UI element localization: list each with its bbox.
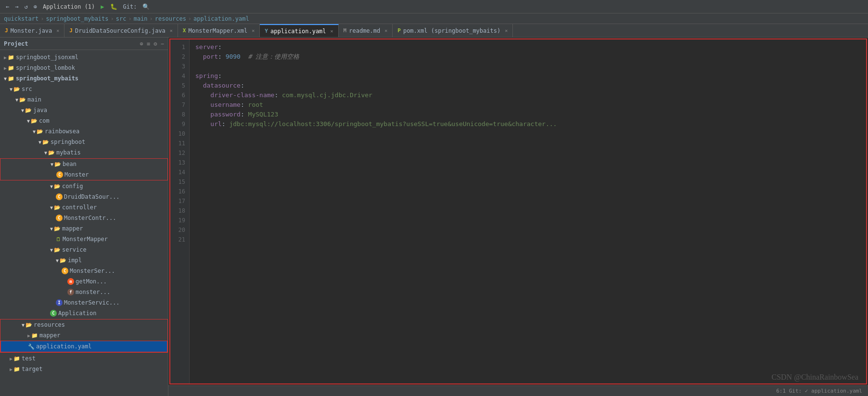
arrow-icon: ▼ <box>38 140 41 145</box>
code-line-3 <box>195 62 866 71</box>
toolbar-git-btn[interactable]: Git: <box>121 2 139 11</box>
close-icon[interactable]: ✕ <box>170 28 173 33</box>
tab-pom-xml[interactable]: P pom.xml (springboot_mybaits) ✕ <box>393 24 513 37</box>
tree-target[interactable]: ▶ 📁 target <box>0 364 168 374</box>
tree-item-label: src <box>22 86 32 92</box>
code-line-13 <box>195 158 866 167</box>
tree-src[interactable]: ▼ 📂 src <box>0 84 168 94</box>
tree-item-label: springboot_lombok <box>16 64 75 71</box>
tree-com[interactable]: ▼ 📂 com <box>0 115 168 126</box>
folder-icon: 📂 <box>54 204 61 211</box>
tree-springboot-jsonxml[interactable]: ▶ 📁 springboot_jsonxml <box>0 52 168 63</box>
status-text: 6:1 Git: ✓ application.yaml <box>776 388 862 394</box>
tree-monster-service[interactable]: I MonsterServic... <box>0 297 168 308</box>
close-icon[interactable]: ✕ <box>505 28 508 33</box>
close-icon[interactable]: ✕ <box>252 28 255 33</box>
tab-monster-java[interactable]: J Monster.java ✕ <box>0 24 64 37</box>
field-icon: f <box>67 289 74 295</box>
tree-application[interactable]: C Application <box>0 308 168 319</box>
tree-java[interactable]: ▼ 📂 java <box>0 105 168 115</box>
toolbar-debug-btn[interactable]: 🐛 <box>108 2 119 11</box>
tree-springboot[interactable]: ▼ 📂 springboot <box>0 137 168 147</box>
tree-bean[interactable]: ▼ 📂 bean <box>0 159 167 169</box>
yaml-key: password <box>210 110 241 119</box>
md-icon: M <box>344 27 347 34</box>
tree-monster[interactable]: C Monster <box>0 169 167 180</box>
close-icon[interactable]: ✕ <box>384 28 387 33</box>
tree-item-label: Application <box>58 310 96 317</box>
toolbar-search-btn[interactable]: 🔍 <box>140 2 152 11</box>
tree-test[interactable]: ▶ 📁 test <box>0 353 168 364</box>
arrow-icon: ▼ <box>27 118 30 124</box>
tab-readme-md[interactable]: M readme.md ✕ <box>339 24 393 37</box>
breadcrumb-quickstart[interactable]: quickstart <box>4 15 38 22</box>
tree-mapper[interactable]: ▼ 📂 mapper <box>0 223 168 234</box>
code-line-6: driver-class-name: com.mysql.cj.jdbc.Dri… <box>195 90 866 100</box>
tree-controller[interactable]: ▼ 📂 controller <box>0 202 168 213</box>
tree-application-yaml[interactable]: 🔧 application.yaml <box>1 341 167 352</box>
class-icon: C <box>56 171 63 178</box>
tab-application-yaml[interactable]: Y application.yaml ✕ <box>260 24 338 37</box>
arrow-icon: ▼ <box>50 184 53 189</box>
tree-springboot-mybaits[interactable]: ▼ 📁 springboot_mybaits <box>0 73 168 84</box>
tree-monster-controller[interactable]: C MonsterContr... <box>0 213 168 223</box>
toolbar-add-btn[interactable]: ⊕ <box>32 2 39 11</box>
arrow-icon: ▼ <box>50 205 53 210</box>
toolbar-back-btn[interactable]: ← <box>4 2 11 11</box>
code-editor[interactable]: 1 2 3 4 5 6 7 8 9 10 11 12 13 14 15 16 1… <box>169 38 867 384</box>
main-layout: Project ⊕ ≡ ⚙ − ▶ 📁 springboot_jsonxml ▶… <box>0 38 868 396</box>
folder-icon: 📂 <box>31 118 38 124</box>
close-icon[interactable]: ✕ <box>331 28 333 34</box>
tab-monster-java-label: Monster.java <box>11 27 52 34</box>
tree-druid-datasource[interactable]: C DruidDataSour... <box>0 192 168 202</box>
tab-druid-java[interactable]: J DruidDataSourceConfig.java ✕ <box>64 24 178 37</box>
yaml-value: MySQL123 <box>248 110 279 119</box>
breadcrumb-main[interactable]: main <box>134 15 148 22</box>
code-line-12 <box>195 148 866 158</box>
close-icon[interactable]: ✕ <box>56 28 59 33</box>
tree-mybatis[interactable]: ▼ 📂 mybatis <box>0 147 168 158</box>
breadcrumb-resources[interactable]: resources <box>155 15 186 22</box>
tree-item-label: application.yaml <box>36 343 92 350</box>
tree-monster-mapper[interactable]: 🗒 MonsterMapper <box>0 234 168 244</box>
yaml-colon: : <box>241 100 248 110</box>
code-line-11 <box>195 139 866 148</box>
tree-impl[interactable]: ▼ 📂 impl <box>0 255 168 266</box>
tree-item-label: MonsterServic... <box>64 299 120 306</box>
breadcrumb-src[interactable]: src <box>116 15 127 22</box>
method-icon: m <box>67 278 74 285</box>
project-panel: Project ⊕ ≡ ⚙ − ▶ 📁 springboot_jsonxml ▶… <box>0 38 168 396</box>
tree-item-label: mapper <box>39 332 60 339</box>
tree-monster-service-impl[interactable]: C MonsterSer... <box>0 266 168 276</box>
tree-springboot-lombok[interactable]: ▶ 📁 springboot_lombok <box>0 63 168 73</box>
breadcrumb-application-yaml[interactable]: application.yaml <box>193 15 249 22</box>
yaml-key: spring <box>195 71 218 81</box>
tree-item-label: MonsterMapper <box>63 236 108 243</box>
code-line-2: port: 9090 # 注意：使用空格 <box>195 52 866 62</box>
yaml-colon: : <box>218 52 226 62</box>
yaml-value: root <box>248 100 263 110</box>
project-gear-icon[interactable]: ⊕ ≡ ⚙ − <box>140 40 164 47</box>
code-content[interactable]: server: port: 9090 # 注意：使用空格 spring: dat… <box>190 39 866 383</box>
tree-item-label: main <box>27 96 41 103</box>
folder-icon: 📂 <box>54 183 61 190</box>
toolbar-refresh-btn[interactable]: ↺ <box>22 2 29 11</box>
tab-readme-label: readme.md <box>349 27 380 34</box>
tree-item-label: service <box>62 246 87 253</box>
folder-icon: 📂 <box>13 86 20 92</box>
toolbar-run-btn[interactable]: ▶ <box>99 2 106 11</box>
tree-main[interactable]: ▼ 📂 main <box>0 94 168 105</box>
tree-monster-method[interactable]: f monster... <box>0 287 168 297</box>
tree-rainbowsea[interactable]: ▼ 📂 rainbowsea <box>0 126 168 137</box>
code-line-10 <box>195 129 866 139</box>
breadcrumb-springboot-mybaits[interactable]: springboot_mybaits <box>46 15 108 22</box>
tab-monster-mapper-xml[interactable]: X MonsterMapper.xml ✕ <box>178 24 260 37</box>
tree-get-monster[interactable]: m getMon... <box>0 276 168 287</box>
tree-service[interactable]: ▼ 📂 service <box>0 244 168 255</box>
tree-resources-mapper[interactable]: ▶ 📁 mapper <box>0 330 167 341</box>
tree-config[interactable]: ▼ 📂 config <box>0 181 168 192</box>
tree-resources[interactable]: ▼ 📂 resources <box>0 319 167 330</box>
yaml-value: jdbc:mysql://localhost:3306/springboot_m… <box>229 119 557 129</box>
class-icon: C <box>56 215 63 221</box>
toolbar-forward-btn[interactable]: → <box>13 2 20 11</box>
